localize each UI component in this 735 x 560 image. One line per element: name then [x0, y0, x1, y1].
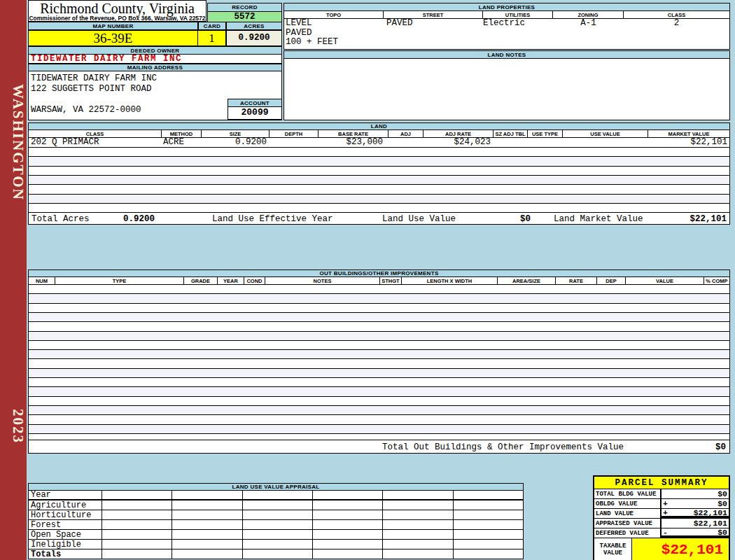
land-notes-section: LAND NOTES: [284, 50, 730, 120]
appraisal-cell: [454, 500, 523, 510]
record-label: RECORD: [207, 3, 282, 12]
column-header: USE TYPE: [528, 130, 563, 137]
sidebar-county-label: WASHINGTON: [0, 84, 27, 201]
appraisal-cell: [454, 540, 523, 549]
appraisal-row-label: Ineligible: [29, 540, 102, 549]
page-subtitle: Commissioner of the Revenue, PO Box 366,…: [29, 15, 206, 22]
sidebar: WASHINGTON 2023: [0, 0, 27, 560]
table-row: Year: [29, 491, 523, 500]
parcel-amount: $22,101: [670, 508, 729, 517]
utilities-value: Electric: [483, 19, 525, 29]
mailing-address-line: TIDEWATER DAIRY FARM INC: [29, 71, 281, 84]
land-method-value: ACRE: [163, 138, 184, 147]
parcel-row-label: TOTAL BLDG VALUE: [594, 489, 662, 498]
parcel-amount: $22,101: [670, 519, 729, 528]
out-buildings-total-label: Total Out Buildings & Other Improvements…: [382, 442, 624, 452]
mailing-address-line: 122 SUGGETTS POINT ROAD: [29, 84, 281, 94]
out-buildings-total-row: Total Out Buildings & Other Improvements…: [28, 440, 730, 454]
parcel-row-value: + $22,101: [662, 509, 729, 518]
appraisal-cell: [102, 510, 172, 519]
parcel-row-label: LAND VALUE: [594, 509, 662, 518]
table-row: DEFERRED VALUE - $0: [594, 528, 729, 538]
table-row: Open Space: [29, 530, 523, 540]
parcel-row-label: OBLDG VALUE: [594, 499, 662, 508]
column-header: TOPO: [284, 11, 384, 18]
column-header: MARKET VALUE: [648, 130, 729, 137]
column-header: TYPE: [55, 277, 184, 284]
parcel-summary-section: PARCEL SUMMARY TOTAL BLDG VALUE $0 OBLDG…: [593, 475, 730, 560]
appraisal-cell: [383, 530, 453, 539]
appraisal-cell: [313, 510, 383, 519]
taxable-value-amount: $22,101: [632, 538, 729, 560]
table-row: Totals: [29, 550, 523, 559]
land-use-value: $0: [484, 214, 531, 224]
county-title-block: Richmond County, Virginia Commissioner o…: [28, 0, 206, 22]
column-header: % COMP: [704, 277, 729, 284]
parcel-row-label: DEFERRED VALUE: [594, 528, 662, 538]
land-empty-rows: [28, 148, 730, 212]
column-header: CLASS: [29, 130, 162, 137]
land-base-rate-value: $23,000: [318, 138, 383, 147]
appraisal-cell: [383, 540, 453, 549]
appraisal-cell: [243, 510, 313, 519]
parcel-summary-title: PARCEL SUMMARY: [594, 477, 729, 489]
card-label: CARD: [198, 22, 226, 30]
appraisal-cell: [383, 500, 453, 510]
appraisal-cell: [383, 550, 453, 559]
total-acres-value: 0.9200: [123, 214, 155, 224]
appraisal-cell: [313, 550, 383, 559]
column-header: ADJ RATE: [424, 130, 493, 137]
land-use-appraisal-table: Year Agriculture Horticulture Forest Ope…: [28, 491, 524, 559]
out-buildings-empty-rows: [28, 285, 730, 440]
street-value: PAVED: [386, 19, 413, 29]
account-value: 20099: [227, 107, 282, 120]
sidebar-year-label: 2023: [0, 409, 27, 444]
record-box: RECORD 5572: [207, 3, 282, 22]
land-size-value: 0.9200: [202, 138, 267, 147]
parcel-row-value: + $0: [662, 499, 729, 508]
appraisal-row-label: Agriculture: [29, 500, 102, 510]
appraisal-cell: [102, 520, 172, 529]
appraisal-row-label: Horticulture: [29, 510, 102, 519]
appraisal-cell: [243, 520, 313, 529]
land-properties-values: LEVEL PAVED 100 + FEET PAVED Electric A-…: [284, 19, 730, 50]
parcel-amount: $0: [670, 489, 729, 498]
appraisal-cell: [243, 540, 313, 549]
land-totals-row: Total Acres 0.9200 Land Use Effective Ye…: [28, 212, 730, 225]
table-row: Forest: [29, 520, 523, 530]
operator-sign: -: [662, 528, 670, 537]
appraisal-cell: [454, 530, 523, 539]
appraisal-cell: [243, 491, 313, 499]
land-use-appraisal-title: LAND USE VALUE APPRAISAL: [28, 483, 524, 491]
appraisal-cell: [172, 540, 242, 549]
appraisal-cell: [243, 550, 313, 559]
table-row: TOTAL BLDG VALUE $0: [594, 489, 729, 499]
appraisal-cell: [172, 510, 242, 519]
column-header: GRADE: [184, 277, 218, 284]
table-row: Ineligible: [29, 540, 523, 550]
land-properties-title: LAND PROPERTIES: [284, 3, 730, 11]
appraisal-cell: [172, 500, 242, 510]
taxable-value-row: TAXABLE VALUE $22,101: [594, 538, 729, 560]
record-value: 5572: [207, 12, 282, 22]
appraisal-cell: [102, 550, 172, 559]
appraisal-cell: [313, 540, 383, 549]
land-section: LAND CLASS METHOD SIZE DEPTH BASE RATE A…: [28, 122, 730, 225]
land-use-value-label: Land Use Value: [382, 214, 456, 224]
topo-value: LEVEL PAVED 100 + FEET: [286, 19, 338, 48]
appraisal-cell: [243, 530, 313, 539]
parcel-row-value: $0: [662, 489, 729, 498]
property-record-card: WASHINGTON 2023 Richmond County, Virgini…: [0, 0, 735, 560]
parcel-row-value: $22,101: [662, 519, 729, 528]
appraisal-cell: [313, 500, 383, 510]
column-header: STHGT: [380, 277, 402, 284]
parcel-row-value: - $0: [662, 528, 729, 538]
table-row: LAND VALUE + $22,101: [594, 509, 729, 519]
column-header: DEP: [597, 277, 626, 284]
column-header: DEPTH: [270, 130, 318, 137]
appraisal-row-label: Totals: [29, 550, 102, 559]
appraisal-row-label: Year: [29, 491, 102, 499]
class-value: 2: [624, 19, 729, 29]
land-data-row: 202 Q PRIMACR ACRE 0.9200 $23,000 $24,02…: [28, 138, 730, 148]
land-notes-title: LAND NOTES: [284, 50, 730, 59]
